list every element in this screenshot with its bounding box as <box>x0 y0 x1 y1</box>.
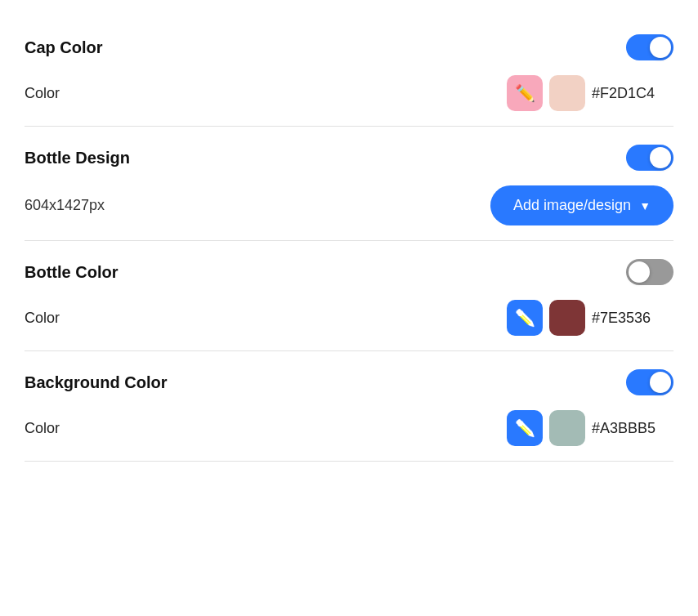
background-color-swatch[interactable] <box>549 410 585 446</box>
bottle-design-toggle[interactable] <box>626 145 673 171</box>
cap-color-header-row: Cap Color <box>25 34 673 60</box>
background-color-toggle-thumb <box>650 372 671 393</box>
bottle-color-eyedropper-btn[interactable]: ✏️ <box>507 300 543 336</box>
add-design-button[interactable]: Add image/design ▼ <box>490 185 673 225</box>
background-color-hex: #A3BBB5 <box>592 420 673 437</box>
cap-color-section: Cap Color Color ✏️ #F2D1C4 <box>25 16 673 127</box>
background-color-toggle[interactable] <box>626 369 673 395</box>
bottle-color-controls: ✏️ #7E3536 <box>507 300 673 336</box>
background-color-controls: ✏️ #A3BBB5 <box>507 410 673 446</box>
bottle-color-title: Bottle Color <box>25 263 118 282</box>
bottle-design-toggle-thumb <box>650 147 671 168</box>
eyedropper-icon: ✏️ <box>515 308 535 328</box>
bottle-color-hex: #7E3536 <box>592 310 673 327</box>
background-color-label: Color <box>25 420 60 437</box>
bottle-design-row: 604x1427px Add image/design ▼ <box>25 185 673 225</box>
background-color-header-row: Background Color <box>25 369 673 395</box>
bottle-color-label: Color <box>25 310 60 327</box>
eyedropper-icon: ✏️ <box>515 83 535 103</box>
cap-color-color-row: Color ✏️ #F2D1C4 <box>25 75 673 111</box>
background-color-title: Background Color <box>25 373 167 392</box>
background-color-eyedropper-btn[interactable]: ✏️ <box>507 410 543 446</box>
cap-color-hex: #F2D1C4 <box>592 85 673 102</box>
bottle-design-header-row: Bottle Design <box>25 145 673 171</box>
cap-color-label: Color <box>25 85 60 102</box>
cap-color-controls: ✏️ #F2D1C4 <box>507 75 673 111</box>
bottle-design-dimensions: 604x1427px <box>25 197 105 214</box>
bottle-color-swatch[interactable] <box>549 300 585 336</box>
bottle-color-toggle[interactable] <box>626 259 673 285</box>
background-color-section: Background Color Color ✏️ #A3BBB5 <box>25 351 673 462</box>
bottle-color-toggle-thumb <box>629 261 650 283</box>
cap-color-title: Cap Color <box>25 38 103 57</box>
cap-color-toggle[interactable] <box>626 34 673 60</box>
bottle-color-section: Bottle Color Color ✏️ #7E3536 <box>25 241 673 351</box>
add-design-label: Add image/design <box>513 197 631 214</box>
bottle-design-section: Bottle Design 604x1427px Add image/desig… <box>25 127 673 241</box>
eyedropper-icon: ✏️ <box>515 418 535 438</box>
bottle-color-color-row: Color ✏️ #7E3536 <box>25 300 673 336</box>
chevron-down-icon: ▼ <box>639 199 651 212</box>
cap-color-eyedropper-btn[interactable]: ✏️ <box>507 75 543 111</box>
background-color-color-row: Color ✏️ #A3BBB5 <box>25 410 673 446</box>
cap-color-toggle-thumb <box>650 37 671 58</box>
bottle-color-header-row: Bottle Color <box>25 259 673 285</box>
bottle-design-title: Bottle Design <box>25 149 130 167</box>
cap-color-swatch[interactable] <box>549 75 585 111</box>
